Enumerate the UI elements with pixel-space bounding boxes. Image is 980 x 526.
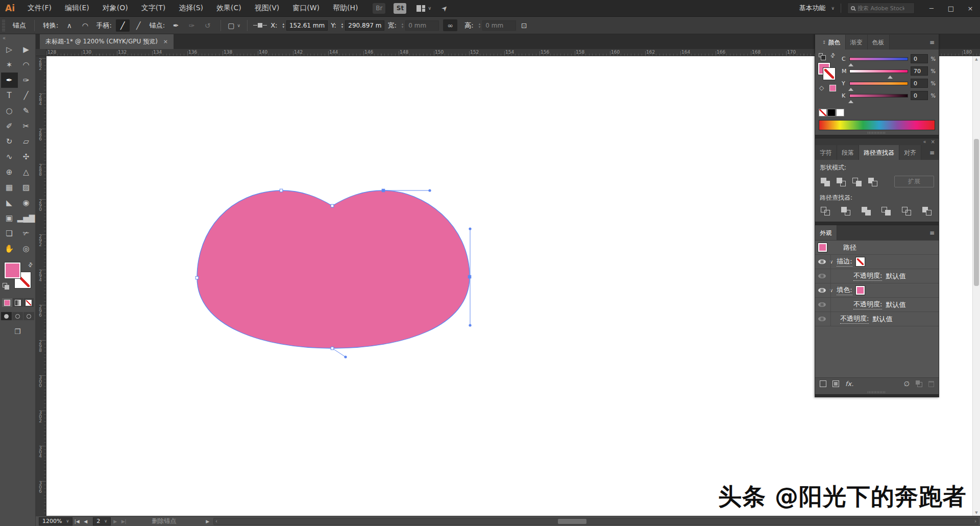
none-swatch[interactable] [856,257,865,266]
close-document-icon[interactable]: × [163,38,168,45]
menu-item[interactable]: 选择(S) [172,0,210,16]
panel-menu-icon[interactable]: ≡ [925,225,939,240]
color-spectrum-bar[interactable] [819,120,935,130]
ellipse-tool[interactable]: ○ [1,103,18,118]
white-swatch[interactable] [836,109,844,116]
color-button[interactable] [2,298,12,307]
mesh-tool[interactable]: ▦ [1,180,18,195]
eyedropper-tool[interactable]: ◣ [1,195,18,210]
tab-段落[interactable]: 段落 [837,145,859,160]
vertical-ruler[interactable]: 2 8 22 8 42 8 62 8 82 9 02 9 22 9 42 9 6… [36,56,46,516]
visibility-eye-icon[interactable] [818,274,826,278]
next-artboard-button[interactable]: ▶ [111,519,119,524]
appearance-label[interactable]: 不透明度: [853,300,882,309]
menu-item[interactable]: 对象(O) [96,0,135,16]
gpu-performance-icon[interactable]: ➤ [439,3,450,13]
trim-button[interactable] [840,206,851,216]
y-field[interactable]: 290.897 m [345,20,384,31]
stock-button[interactable]: St [394,3,406,14]
appearance-row-opacity-sub[interactable]: 不透明度:默认值 [815,298,939,312]
anchor-point[interactable] [195,276,199,279]
gradient-button[interactable] [13,298,23,307]
search-input[interactable] [857,5,904,12]
anchor-point[interactable] [331,204,334,207]
shaper-tool[interactable]: ✐ [1,118,18,134]
rotate-tool[interactable]: ↻ [1,134,18,149]
bezier-handle-dot[interactable] [469,324,471,326]
anchor-point-selected[interactable] [382,189,385,192]
blend-tool[interactable]: ◉ [18,195,35,210]
draw-behind-button[interactable] [12,312,23,320]
tab-对齐[interactable]: 对齐 [899,145,921,160]
expand-button[interactable]: 扩展 [894,176,934,187]
paintbrush-tool[interactable]: ✎ [18,103,35,118]
scroll-left-icon[interactable]: ‹ [215,518,217,524]
isolate-selection-button[interactable]: ▢ ∨ [227,19,241,32]
appearance-row-path[interactable]: 路径 [815,241,939,255]
last-artboard-button[interactable]: ▶| [119,519,128,524]
hand-tool[interactable]: ✋ [1,241,18,256]
menu-item[interactable]: 效果(C) [210,0,248,16]
add-new-fill-button[interactable] [832,380,839,387]
none-swatch[interactable] [819,109,827,116]
anchor-point-selected[interactable] [468,275,471,278]
adobe-stock-search[interactable] [847,3,915,14]
intersect-mode-button[interactable] [851,177,863,187]
panel-resize-grip[interactable] [815,390,939,394]
column-graph-tool[interactable]: ▂▅▇ [18,210,35,226]
add-new-stroke-button[interactable] [820,380,826,387]
appearance-row-stroke[interactable]: ∨描边: [815,255,939,269]
outline-button[interactable] [901,206,912,216]
slice-tool[interactable]: ✃ [18,226,35,241]
screen-mode-button[interactable]: ❐ [14,327,21,336]
default-fill-stroke-icon[interactable] [3,283,7,288]
delete-item-button[interactable] [928,381,934,387]
direct-selection-tool[interactable]: ▶ [18,42,35,57]
type-tool[interactable]: T [1,88,18,103]
draw-inside-button[interactable] [23,312,34,320]
transform-panel-icon[interactable]: ⊡ [517,19,531,32]
fill-swatch[interactable] [5,262,20,278]
menu-item[interactable]: 帮助(H) [326,0,364,16]
arrange-documents-icon[interactable] [416,5,425,12]
connect-anchor-button[interactable]: ✑ [185,19,199,32]
duplicate-item-button[interactable] [916,380,922,387]
free-transform-tool[interactable]: ▱ [18,134,35,149]
anchor-point[interactable] [280,189,283,192]
remove-anchor-button[interactable]: ✒ [169,19,183,32]
panel-resize-grip[interactable] [815,130,939,135]
show-handles-button[interactable]: ╱ [116,19,130,32]
tab-渐变[interactable]: 渐变 [846,35,868,50]
scissors-tool[interactable]: ✂ [18,118,35,134]
maximize-button[interactable]: □ [941,0,961,17]
slider-value-K[interactable]: 0 [911,91,928,100]
first-artboard-button[interactable]: |◀ [72,519,81,524]
crop-button[interactable] [880,206,892,216]
visibility-eye-icon[interactable] [818,288,826,293]
divide-button[interactable] [820,206,831,216]
document-tab[interactable]: 未标题-1* @ 1200% (CMYK/GPU 预览) × [40,34,174,49]
artboard-number-field[interactable]: 2 ∨ [93,517,111,525]
lasso-tool[interactable]: ◠ [18,57,35,73]
line-segment-tool[interactable]: ╱ [18,88,35,103]
appearance-label[interactable]: 描边: [837,257,852,267]
selected-path-shape[interactable] [197,190,470,348]
magic-wand-tool[interactable]: ✶ [1,57,18,73]
puppet-warp-tool[interactable]: ✣ [18,149,35,164]
control-bar-grip[interactable] [2,20,5,31]
minus-front-mode-button[interactable] [836,177,847,187]
minus-back-button[interactable] [921,206,933,216]
pink-swatch[interactable] [856,286,865,295]
draw-normal-button[interactable] [1,312,12,320]
width-tool[interactable]: ∿ [1,149,18,164]
tab-appearance[interactable]: 外观 [815,225,837,240]
slider-track-y[interactable] [849,82,908,85]
slider-track-k[interactable] [849,94,908,98]
none-button[interactable] [23,298,34,307]
tab-色板[interactable]: 色板 [868,35,890,50]
bezier-handle-dot[interactable] [428,189,431,192]
shape-builder-tool[interactable]: ⊕ [1,164,18,180]
black-swatch[interactable] [827,109,836,116]
perspective-grid-tool[interactable]: △ [18,164,35,180]
clear-appearance-button[interactable]: ∅ [904,380,910,388]
